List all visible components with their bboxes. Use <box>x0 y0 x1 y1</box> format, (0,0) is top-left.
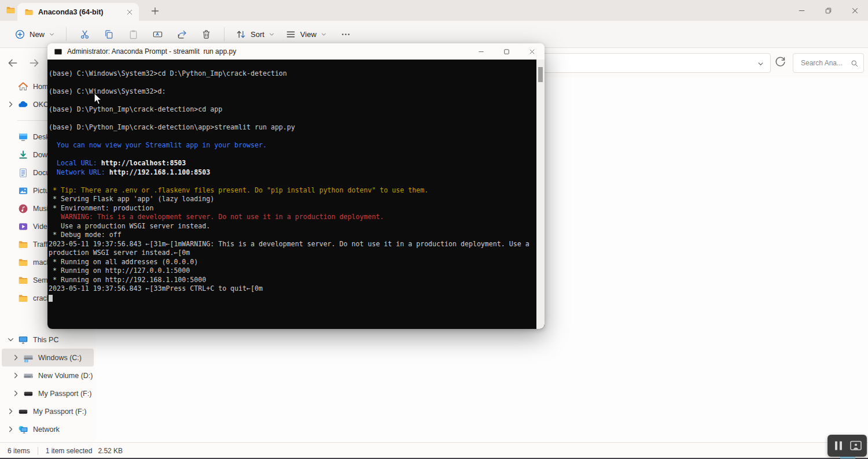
screen: Anaconda3 (64-bit) New <box>0 0 868 459</box>
downloads-icon <box>18 150 28 160</box>
terminal-scrollbar[interactable] <box>536 60 545 329</box>
sidebar-item-my-passport-f[interactable]: My Passport (F:) <box>2 402 94 420</box>
music-icon <box>18 203 28 214</box>
folder-icon <box>18 257 28 268</box>
cut-button[interactable] <box>72 24 97 44</box>
selection-count: 1 item selected <box>46 447 93 455</box>
refresh-button[interactable] <box>774 56 786 68</box>
view-button[interactable]: View <box>280 24 332 44</box>
sidebar-item-my-passport-f[interactable]: My Passport (F:) <box>2 384 94 402</box>
terminal-scrollbar-thumb[interactable] <box>538 67 543 82</box>
restore-button[interactable] <box>815 0 841 21</box>
status-bar: 6 items 1 item selected 2.52 KB <box>0 442 868 459</box>
this-pc-icon <box>18 335 28 345</box>
minimize-button[interactable] <box>788 0 815 21</box>
chevron-right-icon[interactable] <box>12 353 23 362</box>
delete-button[interactable] <box>194 24 218 44</box>
tab-close-icon[interactable] <box>125 8 134 17</box>
new-button[interactable]: New <box>9 24 60 44</box>
sidebar-item-this-pc[interactable]: This PC <box>2 331 94 349</box>
status-divider <box>38 447 38 455</box>
videos-icon <box>18 221 28 232</box>
terminal-line: * Running on all addresses (0.0.0.0) <box>49 258 535 267</box>
terminal-line: * Running on http://192.168.1.100:5000 <box>49 276 535 285</box>
chevron-spacer <box>6 240 17 249</box>
terminal-minimize-button[interactable] <box>468 43 494 60</box>
folder-icon <box>18 293 28 303</box>
close-button[interactable] <box>841 0 868 21</box>
new-label: New <box>30 30 45 39</box>
chevron-right-icon[interactable] <box>6 407 17 416</box>
sort-label: Sort <box>251 30 264 39</box>
new-tab-button[interactable] <box>149 5 161 17</box>
share-button[interactable] <box>170 24 194 44</box>
chevron-spacer <box>6 258 17 267</box>
terminal-line: WARNING: This is a development server. D… <box>49 213 535 222</box>
copy-icon <box>104 29 115 40</box>
back-button[interactable] <box>6 57 19 69</box>
terminal-title: Administrator: Anaconda Prompt - streaml… <box>67 47 468 55</box>
tab-title: Anaconda3 (64-bit) <box>38 8 125 16</box>
sidebar-item-label: My Passport (F:) <box>33 408 86 416</box>
search-box[interactable] <box>793 53 864 73</box>
rename-icon <box>152 29 163 40</box>
sort-button[interactable]: Sort <box>230 24 280 44</box>
terminal-close-button[interactable] <box>519 43 545 60</box>
chevron-right-icon[interactable] <box>6 100 17 109</box>
copy-button[interactable] <box>97 24 121 44</box>
terminal-line: * Environment: production <box>49 204 535 213</box>
terminal-line: (base) D:\Python_Imp\crack-detection>cd … <box>49 105 535 114</box>
new-icon <box>14 29 25 40</box>
chevron-spacer <box>6 132 17 142</box>
terminal-line: Local URL: http://localhost:8503 <box>49 159 535 168</box>
forward-button[interactable] <box>28 57 41 69</box>
terminal-line: (base) C:\Windows\System32>d: <box>49 87 535 97</box>
terminal-maximize-button[interactable] <box>494 43 519 60</box>
view-label: View <box>300 30 317 39</box>
pause-button[interactable] <box>832 439 845 453</box>
documents-icon <box>18 168 28 178</box>
chevron-down-icon[interactable] <box>6 335 17 345</box>
terminal-line <box>49 97 535 106</box>
paste-button[interactable] <box>121 24 145 44</box>
terminal-line: 2023-05-11 19:37:56.843 ←[33mPress CTRL+… <box>49 284 535 294</box>
explorer-tab[interactable]: Anaconda3 (64-bit) <box>17 3 139 21</box>
network-icon <box>18 424 28 435</box>
search-input[interactable] <box>800 58 850 68</box>
terminal-window: Administrator: Anaconda Prompt - streaml… <box>47 43 545 329</box>
terminal-title-bar[interactable]: Administrator: Anaconda Prompt - streaml… <box>47 43 545 60</box>
explorer-app-icon <box>6 5 16 15</box>
chevron-spacer <box>6 222 17 231</box>
sort-icon <box>236 29 247 40</box>
chevron-right-icon[interactable] <box>12 371 23 380</box>
toolbar-divider <box>224 27 225 41</box>
sidebar-item-label: New Volume (D:) <box>38 372 93 380</box>
terminal-line: * Debug mode: off <box>49 231 535 240</box>
webcam-button[interactable] <box>849 439 863 453</box>
address-dropdown-icon[interactable] <box>757 60 764 67</box>
chevron-spacer <box>6 204 17 213</box>
window-controls <box>788 0 868 21</box>
chevron-right-icon[interactable] <box>6 425 17 434</box>
chevron-right-icon[interactable] <box>12 389 23 398</box>
chevron-spacer <box>6 150 17 160</box>
sidebar-item-label: My Passport (F:) <box>38 390 91 398</box>
desktop-icon <box>18 132 28 142</box>
terminal-line <box>49 79 535 88</box>
see-more-button[interactable] <box>336 24 356 44</box>
sidebar-item-network[interactable]: Network <box>2 420 94 438</box>
chevron-spacer <box>6 82 17 91</box>
sidebar-item-new-volume-d[interactable]: New Volume (D:) <box>2 367 94 384</box>
terminal-line <box>49 294 535 303</box>
folder-icon <box>18 239 28 250</box>
sidebar-item-windows-c[interactable]: Windows (C:) <box>2 349 94 367</box>
rename-button[interactable] <box>145 24 170 44</box>
search-icon <box>850 59 859 68</box>
terminal-line: Use a production WSGI server instead. <box>49 222 535 231</box>
sidebar-item-label: Network <box>33 425 60 434</box>
chevron-down-icon <box>321 31 327 38</box>
cut-icon <box>79 29 90 40</box>
pictures-icon <box>18 186 28 196</box>
terminal-line: 2023-05-11 19:37:56.843 ←[31m←[1mWARNING… <box>49 240 535 249</box>
view-icon <box>285 29 296 40</box>
